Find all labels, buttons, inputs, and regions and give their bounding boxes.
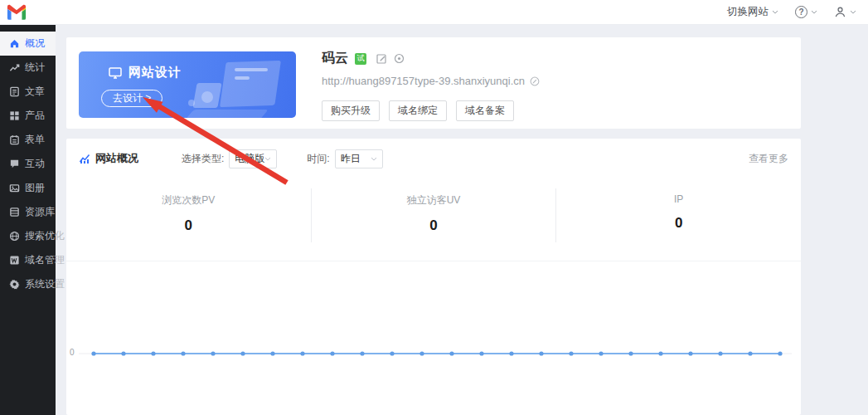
target-icon: [394, 53, 405, 64]
sidebar-item-label: 图册: [25, 181, 45, 195]
sidebar-item-resources[interactable]: 资源库: [0, 200, 56, 224]
sidebar-item-label: 互动: [25, 157, 45, 171]
chevron-down-icon: [264, 157, 271, 161]
stat-value: 0: [66, 217, 311, 234]
site-info: 码云 试 h: [322, 50, 784, 121]
stat-label: 独立访客UV: [312, 193, 556, 208]
go-design-button[interactable]: 去设计 >: [101, 90, 162, 107]
chevron-down-icon: [850, 10, 856, 14]
sidebar-item-forms[interactable]: 表单: [0, 128, 56, 152]
stat-value: 0: [312, 217, 556, 234]
banner-illustration: [201, 91, 213, 103]
article-icon: [9, 86, 20, 97]
type-filter-label: 选择类型:: [182, 152, 224, 166]
stats-icon: [9, 62, 20, 73]
sidebar-item-statistics[interactable]: 统计: [0, 56, 56, 80]
gmail-m-logo: [7, 4, 27, 20]
topbar-controls: 切换网站 ?: [727, 5, 856, 19]
chat-icon: [9, 159, 20, 169]
section-divider: [66, 261, 801, 261]
sidebar-item-label: 概况: [25, 37, 45, 51]
switch-site-dropdown[interactable]: 切换网站: [727, 5, 778, 19]
sidebar-nav: 概况 统计 文章 产品 表单 互动 图册 资源库: [0, 25, 56, 415]
site-card: 网站设计 去设计 > 码云 试: [66, 37, 801, 129]
design-banner: 网站设计 去设计 >: [79, 51, 296, 118]
domain-icon: [9, 255, 20, 266]
site-url-row[interactable]: http://huang897157type-39.shanxiyunqi.cn: [322, 75, 784, 87]
sidebar-item-seo[interactable]: 搜索优化: [0, 224, 56, 248]
help-icon: ?: [795, 6, 807, 18]
dashboard-page: 切换网站 ? 概况 统计: [0, 0, 868, 415]
sidebar-item-products[interactable]: 产品: [0, 104, 56, 128]
gallery-icon: [9, 183, 20, 193]
edit-site-name-button[interactable]: [376, 53, 387, 64]
chevron-down-icon: [772, 10, 778, 14]
overview-card: 网站概况 选择类型: 电脑版 时间: 昨日 查看更多 浏览次数PV 0: [66, 139, 801, 415]
device-type-value: 电脑版: [235, 152, 264, 166]
sidebar-item-interaction[interactable]: 互动: [0, 152, 56, 176]
overview-header: 网站概况 选择类型: 电脑版 时间: 昨日 查看更多: [66, 145, 801, 172]
go-design-label: 去设计 >: [113, 91, 151, 105]
edit-icon: [376, 53, 387, 64]
time-range-select[interactable]: 昨日: [335, 149, 383, 168]
stats-row: 浏览次数PV 0 独立访客UV 0 IP 0: [66, 188, 801, 242]
sidebar-item-label: 搜索优化: [25, 229, 65, 243]
sidebar-item-articles[interactable]: 文章: [0, 80, 56, 104]
sidebar-item-label: 文章: [25, 85, 45, 99]
stat-value: 0: [556, 215, 801, 232]
edit-url-icon[interactable]: [530, 76, 540, 86]
sidebar-item-overview[interactable]: 概况: [0, 32, 56, 56]
banner-illustration: [182, 110, 268, 118]
home-icon: [9, 38, 20, 49]
time-range-value: 昨日: [341, 152, 361, 166]
trial-badge: 试: [355, 53, 366, 65]
site-name-row: 码云 试: [322, 50, 784, 67]
overview-title-row: 网站概况: [79, 151, 138, 166]
device-type-select[interactable]: 电脑版: [229, 149, 277, 168]
stat-ip: IP 0: [556, 188, 801, 242]
chevron-down-icon: [811, 10, 817, 14]
stat-label: IP: [556, 193, 801, 205]
stat-pv: 浏览次数PV 0: [66, 188, 312, 242]
sidebar-item-label: 系统设置: [25, 277, 65, 291]
stat-label: 浏览次数PV: [66, 193, 311, 208]
chevron-down-icon: [371, 157, 377, 161]
upgrade-button[interactable]: 购买升级: [322, 100, 380, 121]
main-content: 网站设计 去设计 > 码云 试: [56, 25, 868, 415]
product-icon: [9, 110, 20, 121]
sidebar-item-domain[interactable]: 域名管理: [0, 248, 56, 272]
domain-record-button[interactable]: 域名备案: [456, 100, 514, 121]
sidebar-item-label: 资源库: [25, 205, 55, 219]
banner-title-row: 网站设计: [109, 65, 182, 81]
sidebar-item-settings[interactable]: 系统设置: [0, 272, 56, 296]
stat-uv: 独立访客UV 0: [312, 188, 557, 242]
sidebar-item-label: 统计: [25, 61, 45, 75]
sidebar-item-label: 产品: [25, 109, 45, 123]
site-actions: 购买升级 域名绑定 域名备案: [322, 100, 784, 121]
site-settings-button[interactable]: [394, 53, 405, 64]
sidebar-item-label: 域名管理: [25, 253, 65, 267]
top-bar: 切换网站 ?: [0, 0, 868, 25]
banner-illustration: [235, 76, 250, 80]
switch-site-label: 切换网站: [727, 5, 769, 19]
seo-icon: [9, 231, 20, 242]
y-axis-tick: 0: [70, 348, 75, 357]
form-icon: [9, 134, 20, 145]
sidebar-item-label: 表单: [25, 133, 45, 147]
site-name: 码云: [322, 50, 348, 67]
overview-title: 网站概况: [95, 151, 138, 166]
user-icon: [834, 6, 846, 18]
monitor-icon: [109, 67, 122, 79]
time-filter-label: 时间:: [307, 152, 329, 166]
bind-domain-button[interactable]: 域名绑定: [389, 100, 447, 121]
chart-icon: [79, 153, 90, 164]
help-dropdown[interactable]: ?: [795, 6, 817, 18]
user-dropdown[interactable]: [834, 6, 856, 18]
sidebar-item-gallery[interactable]: 图册: [0, 176, 56, 200]
banner-illustration: [235, 68, 268, 71]
view-more-link[interactable]: 查看更多: [749, 152, 788, 166]
site-url: http://huang897157type-39.shanxiyunqi.cn: [322, 75, 525, 87]
line-chart-canvas: [79, 343, 797, 368]
banner-illustration: [188, 100, 195, 106]
banner-title: 网站设计: [129, 65, 182, 81]
